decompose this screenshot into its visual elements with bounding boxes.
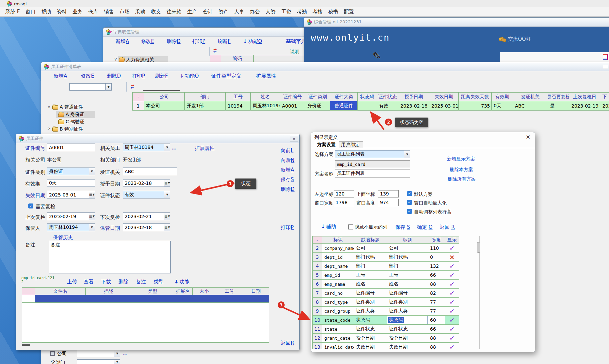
nav-save-link[interactable]: 保存S: [281, 177, 294, 183]
menu-market[interactable]: 市场: [119, 9, 129, 15]
col-title-edit[interactable]: 状态码: [387, 316, 428, 325]
new-scheme-link[interactable]: 新增显示方案: [447, 156, 475, 162]
delete-scheme-link[interactable]: 删除本方案: [450, 167, 473, 173]
list-cert-type-button[interactable]: 证件类型定义: [211, 73, 241, 79]
header-validity[interactable]: 有效期: [492, 92, 513, 101]
scrollbar-track[interactable]: [479, 236, 480, 349]
toolbar-fragment-icon[interactable]: [603, 54, 608, 60]
next-recheck-datepicker[interactable]: 2023-02-21▦▼: [123, 212, 170, 220]
menu-business[interactable]: 业务: [72, 9, 82, 15]
dict-window-titlebar[interactable]: 字典取值管理: [103, 28, 307, 37]
attach-header-type[interactable]: 类型: [132, 287, 173, 295]
combo-arrow-icon[interactable]: ▼: [164, 144, 170, 151]
nav-next-link[interactable]: 向后N: [281, 157, 294, 164]
cell-name[interactable]: 周玉林10194: [251, 101, 280, 111]
left-coord-input[interactable]: 120: [334, 190, 354, 197]
col-width[interactable]: 88: [428, 280, 445, 289]
grant-datepicker[interactable]: 2023-02-18▦▼: [123, 179, 170, 187]
swap-columns-icon[interactable]: →←: [130, 84, 135, 89]
col-id[interactable]: invalid_date: [322, 343, 354, 349]
card-no-input[interactable]: A0001: [47, 144, 95, 151]
col-show[interactable]: ✓: [445, 262, 459, 271]
col-show[interactable]: ✓: [445, 244, 459, 253]
cell-daysleft[interactable]: 735: [459, 101, 492, 111]
valid-input[interactable]: 0天: [47, 179, 95, 187]
col-default-title[interactable]: 证件编号: [354, 289, 387, 298]
col-width[interactable]: 88: [428, 334, 445, 343]
list-ext-attr-button[interactable]: 扩展属性: [256, 73, 276, 79]
calendar-icon[interactable]: ▦▼: [89, 191, 95, 198]
list-edit-button[interactable]: 修改E: [81, 73, 94, 79]
calendar-icon[interactable]: ▦▼: [164, 180, 170, 186]
row-num[interactable]: 2: [312, 244, 322, 253]
win-height-input[interactable]: 974: [378, 199, 399, 206]
filter-icon[interactable]: [50, 351, 55, 356]
cell-cardtype[interactable]: 身份证: [305, 101, 330, 111]
dict-edit-button[interactable]: 修改E: [141, 38, 154, 45]
type-combobox[interactable]: 身份证▼: [47, 168, 95, 175]
col-show[interactable]: ✓: [445, 334, 459, 343]
list-print-button[interactable]: 打印P: [132, 73, 145, 79]
save-button[interactable]: 保存 S: [395, 224, 410, 230]
menu-assets[interactable]: 资产: [218, 9, 228, 15]
attach-selected-row[interactable]: [35, 295, 269, 303]
cell-next-cut[interactable]: 202: [600, 101, 609, 111]
scheme-name-input[interactable]: 员工证件列表: [335, 170, 410, 178]
menu-window[interactable]: 窗口: [25, 9, 35, 15]
dict-refresh-button[interactable]: 刷新F: [218, 38, 231, 45]
col-title[interactable]: 证件状态: [387, 325, 428, 334]
col-id[interactable]: card_type: [322, 298, 354, 307]
keep-history-link[interactable]: 保管历史: [53, 234, 73, 241]
col-width[interactable]: 88: [428, 343, 445, 349]
row-num[interactable]: 7: [312, 289, 322, 298]
issuer-input[interactable]: ABC: [123, 168, 177, 175]
cell-grantdate[interactable]: 2023-02-18: [398, 101, 429, 111]
row-num[interactable]: 11: [312, 325, 322, 334]
cell-invaliddate[interactable]: 2025-03-01: [429, 101, 459, 111]
invalid-datepicker[interactable]: 2025-03-01▦▼: [47, 191, 95, 198]
cols-header-rownum[interactable]: -: [312, 236, 322, 244]
header-invaliddate[interactable]: 失效日期: [429, 92, 459, 101]
delete-all-schemes-link[interactable]: 删除所有方案: [448, 176, 476, 182]
col-width[interactable]: 66: [428, 325, 445, 334]
attach-header-filename[interactable]: 文件名: [35, 287, 86, 295]
combo-arrow-icon[interactable]: ▼: [89, 224, 95, 231]
col-title[interactable]: 证件类别: [387, 298, 428, 307]
win-width-input[interactable]: 1798: [334, 199, 354, 206]
emp-combobox[interactable]: 周玉林10194▼: [123, 144, 170, 151]
col-title[interactable]: 姓名: [387, 280, 428, 289]
col-id[interactable]: dept_id: [322, 253, 354, 262]
download-link[interactable]: 下载: [101, 279, 111, 285]
combo-arrow-icon[interactable]: ▼: [105, 84, 111, 90]
header-empid[interactable]: 工号: [226, 92, 251, 101]
header-grantdate[interactable]: 授予日期: [398, 92, 429, 101]
scrollbar-thumb[interactable]: [477, 242, 480, 253]
header-dept[interactable]: 部门: [185, 92, 226, 101]
menu-data[interactable]: 资料: [57, 9, 67, 15]
col-id[interactable]: state: [322, 325, 354, 334]
attach-header-ext[interactable]: 扩展名: [173, 287, 193, 295]
menu-payments[interactable]: 收支: [151, 9, 161, 15]
cell-dept[interactable]: 开发1部: [185, 101, 226, 111]
quick-filter-input[interactable]: [143, 84, 180, 91]
col-title[interactable]: 工号: [387, 271, 428, 280]
col-width[interactable]: 77: [428, 298, 445, 307]
list-delete-button[interactable]: 删除D: [107, 73, 121, 79]
col-title[interactable]: 部门代码: [387, 253, 428, 262]
menu-accounts[interactable]: 往来款: [166, 9, 181, 15]
col-show[interactable]: ✓: [445, 280, 459, 289]
row-num[interactable]: 8: [312, 298, 322, 307]
memo-textarea[interactable]: 备注: [49, 241, 171, 273]
top-coord-input[interactable]: 139: [378, 190, 399, 197]
portal-qq-link[interactable]: 交流QQ群: [508, 36, 531, 42]
col-title[interactable]: 证件编号: [387, 289, 428, 298]
col-show[interactable]: ✓: [445, 325, 459, 334]
calendar-icon[interactable]: ▦▼: [89, 213, 95, 220]
tab-user-binding[interactable]: 用户绑定: [338, 141, 363, 148]
pane-splitter[interactable]: [126, 82, 127, 92]
col-width[interactable]: 77: [428, 307, 445, 316]
hscroll-fragment[interactable]: [22, 344, 30, 346]
last-recheck-datepicker[interactable]: 2023-02-19▦▼: [47, 212, 95, 220]
header-rownum[interactable]: -: [132, 92, 144, 101]
auto-row-height-checkbox[interactable]: ✓: [407, 209, 412, 214]
